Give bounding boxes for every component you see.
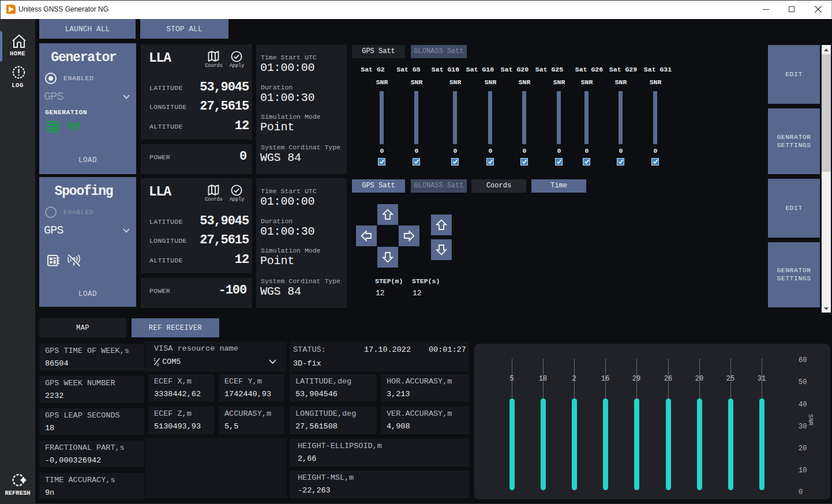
svg-text:O: O <box>157 363 159 367</box>
svg-text:I: I <box>153 358 156 362</box>
